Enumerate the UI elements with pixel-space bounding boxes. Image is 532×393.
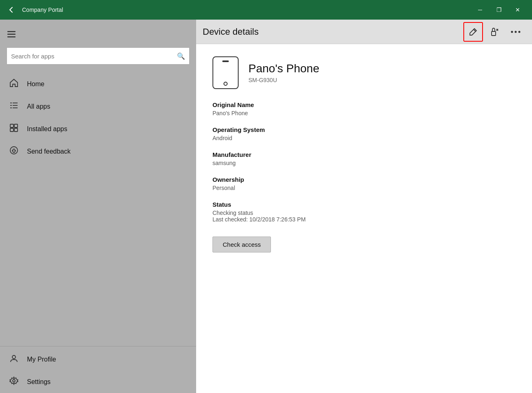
svg-point-13 (10, 147, 18, 154)
manufacturer-label: Manufacturer (212, 151, 516, 158)
ownership-label: Ownership (212, 176, 516, 183)
status-value: Checking status (212, 210, 516, 216)
hamburger-menu[interactable] (3, 26, 20, 42)
installed-apps-icon (8, 123, 20, 134)
device-header: Pano's Phone SM-G930U (212, 56, 516, 89)
window-controls: ─ ❐ ✕ (471, 0, 527, 20)
search-box[interactable]: 🔍 (7, 47, 190, 65)
device-home-button (224, 82, 228, 86)
rename-device-button[interactable] (463, 22, 483, 42)
os-label: Operating System (212, 126, 516, 133)
svg-point-14 (12, 150, 13, 151)
more-options-button[interactable] (506, 22, 525, 42)
svg-rect-19 (492, 31, 496, 36)
sidebar-item-profile-label: My Profile (27, 356, 56, 363)
svg-rect-1 (7, 34, 16, 35)
profile-icon (8, 354, 20, 365)
svg-point-24 (519, 31, 521, 33)
detail-original-name: Original Name Pano's Phone (212, 101, 516, 116)
sidebar-item-home-label: Home (27, 80, 45, 88)
svg-point-23 (515, 31, 517, 33)
svg-rect-0 (7, 31, 16, 32)
sidebar-item-send-feedback[interactable]: Send feedback (0, 140, 196, 163)
detail-manufacturer: Manufacturer samsung (212, 151, 516, 166)
maximize-button[interactable]: ❐ (490, 0, 508, 20)
svg-point-16 (12, 355, 16, 359)
device-name: Pano's Phone (248, 62, 319, 75)
sidebar: 🔍 Home All apps (0, 20, 196, 393)
svg-rect-9 (10, 124, 13, 127)
detail-status: Status Checking status Last checked: 10/… (212, 201, 516, 223)
svg-rect-11 (10, 128, 13, 132)
minimize-button[interactable]: ─ (471, 0, 490, 20)
svg-rect-2 (7, 36, 16, 38)
device-panel: Pano's Phone SM-G930U Original Name Pano… (196, 44, 532, 393)
search-input[interactable] (11, 53, 177, 60)
sidebar-item-feedback-label: Send feedback (27, 148, 71, 155)
header-actions (463, 22, 525, 42)
svg-point-15 (15, 150, 16, 151)
original-name-label: Original Name (212, 101, 516, 108)
back-button[interactable] (5, 3, 18, 16)
page-title: Device details (203, 27, 463, 37)
search-icon[interactable]: 🔍 (177, 52, 185, 60)
device-info: Pano's Phone SM-G930U (248, 62, 319, 83)
app-body: 🔍 Home All apps (0, 20, 532, 393)
original-name-value: Pano's Phone (212, 110, 516, 116)
sidebar-item-my-profile[interactable]: My Profile (0, 348, 196, 371)
sidebar-item-settings[interactable]: Settings (0, 371, 196, 393)
svg-point-22 (511, 31, 513, 33)
sidebar-item-installed-apps-label: Installed apps (27, 125, 67, 133)
svg-point-17 (13, 380, 15, 382)
home-icon (8, 78, 20, 89)
main-content: Device details (196, 20, 532, 393)
titlebar: Company Portal ─ ❐ ✕ (0, 0, 532, 20)
check-access-button[interactable]: Check access (212, 237, 271, 252)
sidebar-item-home[interactable]: Home (0, 73, 196, 95)
sidebar-item-installed-apps[interactable]: Installed apps (0, 118, 196, 140)
content-header: Device details (196, 20, 532, 44)
os-value: Android (212, 135, 516, 141)
sidebar-spacer (0, 163, 196, 346)
all-apps-icon (8, 101, 20, 112)
settings-icon (8, 376, 20, 387)
svg-rect-12 (14, 128, 18, 132)
app-title: Company Portal (22, 7, 471, 13)
status-label: Status (212, 201, 516, 208)
remote-lock-button[interactable] (485, 22, 504, 42)
close-button[interactable]: ✕ (508, 0, 527, 20)
svg-rect-10 (14, 124, 18, 127)
detail-ownership: Ownership Personal (212, 176, 516, 191)
sidebar-item-all-apps[interactable]: All apps (0, 95, 196, 118)
last-checked-value: Last checked: 10/2/2018 7:26:53 PM (212, 216, 516, 223)
detail-os: Operating System Android (212, 126, 516, 141)
device-icon (212, 56, 239, 89)
sidebar-bottom: My Profile Settings (0, 346, 196, 393)
device-model: SM-G930U (248, 77, 319, 83)
sidebar-item-all-apps-label: All apps (27, 103, 50, 110)
feedback-icon (8, 146, 20, 157)
sidebar-item-settings-label: Settings (27, 378, 51, 386)
manufacturer-value: samsung (212, 160, 516, 166)
ownership-value: Personal (212, 185, 516, 191)
